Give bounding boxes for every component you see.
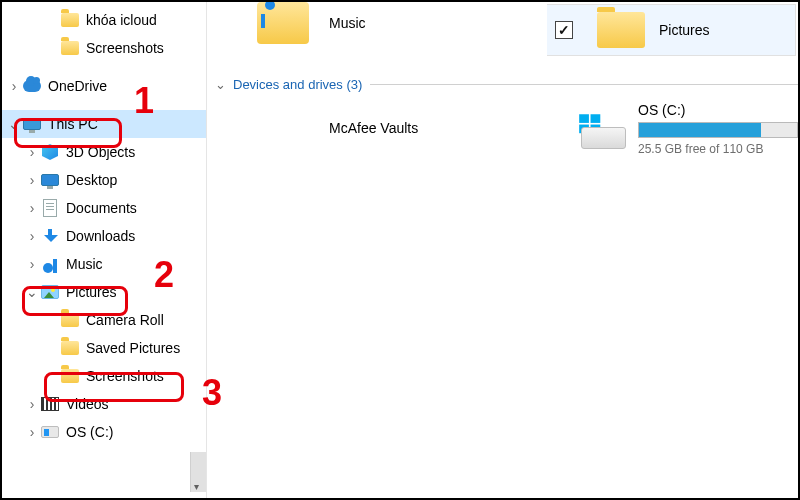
chevron-right-icon: › xyxy=(24,144,40,160)
tree-label: This PC xyxy=(48,116,98,132)
drive-icon xyxy=(40,422,60,442)
chevron-right-icon: › xyxy=(6,78,22,94)
tree-label: Music xyxy=(66,256,103,272)
tree-label: khóa icloud xyxy=(86,12,157,28)
spacer xyxy=(44,368,60,384)
tree-label: Videos xyxy=(66,396,109,412)
spacer xyxy=(44,340,60,356)
tree-label: Screenshots xyxy=(86,40,164,56)
tree-label: 3D Objects xyxy=(66,144,135,160)
spacer xyxy=(44,312,60,328)
chevron-right-icon: › xyxy=(24,396,40,412)
downloads-icon xyxy=(40,226,60,246)
folder-icon xyxy=(60,366,80,386)
tree-label: OneDrive xyxy=(48,78,107,94)
tree-3d-objects[interactable]: › 3D Objects xyxy=(2,138,206,166)
chevron-right-icon: › xyxy=(24,424,40,440)
item-label: McAfee Vaults xyxy=(329,120,418,136)
spacer xyxy=(44,40,60,56)
chevron-right-icon: › xyxy=(24,200,40,216)
check-icon: ✓ xyxy=(558,22,570,38)
tree-videos[interactable]: › Videos xyxy=(2,390,206,418)
section-divider xyxy=(370,84,798,85)
tree-documents[interactable]: › Documents xyxy=(2,194,206,222)
drive-capacity-bar xyxy=(638,122,798,138)
details-pane-item[interactable]: ✓ Pictures xyxy=(547,4,796,56)
tree-label: Documents xyxy=(66,200,137,216)
tree-onedrive[interactable]: › OneDrive xyxy=(2,72,206,100)
tree-label: Desktop xyxy=(66,172,117,188)
documents-icon xyxy=(40,198,60,218)
chevron-right-icon: › xyxy=(24,256,40,272)
svg-rect-0 xyxy=(579,114,589,123)
videos-icon xyxy=(40,394,60,414)
tree-screenshots[interactable]: Screenshots xyxy=(2,362,206,390)
chevron-down-icon: ⌄ xyxy=(24,284,40,300)
music-folder-icon xyxy=(257,2,309,44)
tree-camera-roll[interactable]: Camera Roll xyxy=(2,306,206,334)
onedrive-icon xyxy=(22,76,42,96)
section-title: Devices and drives (3) xyxy=(233,77,362,92)
desktop-icon xyxy=(40,170,60,190)
folder-icon xyxy=(60,38,80,58)
spacer xyxy=(44,12,60,28)
nav-tree: khóa icloud Screenshots › OneDrive ⌄ Thi… xyxy=(2,2,207,498)
tree-downloads[interactable]: › Downloads xyxy=(2,222,206,250)
selection-checkbox[interactable]: ✓ xyxy=(555,21,573,39)
section-devices-drives[interactable]: ⌄ Devices and drives (3) xyxy=(213,77,798,92)
drive-title: OS (C:) xyxy=(638,102,798,118)
tree-pictures[interactable]: ⌄ Pictures xyxy=(2,278,206,306)
tree-label: OS (C:) xyxy=(66,424,113,440)
folder-item-music[interactable]: Music xyxy=(257,2,366,44)
chevron-down-icon: ⌄ xyxy=(6,116,22,132)
item-label: Music xyxy=(329,15,366,31)
drive-free-text: 25.5 GB free of 110 GB xyxy=(638,142,798,156)
mcafee-shield-icon xyxy=(257,102,309,154)
this-pc-icon xyxy=(22,114,42,134)
drive-icon xyxy=(577,109,626,149)
chevron-right-icon: › xyxy=(24,228,40,244)
folder-icon xyxy=(60,338,80,358)
tree-saved-pictures[interactable]: Saved Pictures xyxy=(2,334,206,362)
item-os-drive[interactable]: OS (C:) 25.5 GB free of 110 GB xyxy=(577,102,798,156)
tree-label: Saved Pictures xyxy=(86,340,180,356)
tree-screenshots-quick[interactable]: Screenshots xyxy=(2,34,206,62)
sidebar-scrollbar[interactable] xyxy=(190,452,206,492)
music-icon xyxy=(40,254,60,274)
folder-icon xyxy=(60,310,80,330)
tree-desktop[interactable]: › Desktop xyxy=(2,166,206,194)
tree-music[interactable]: › Music xyxy=(2,250,206,278)
content-pane: ✓ Pictures Music ⌄ Devices and drives (3… xyxy=(207,2,798,498)
tree-label: Screenshots xyxy=(86,368,164,384)
chevron-down-icon: ⌄ xyxy=(213,77,227,92)
tree-os-c[interactable]: › OS (C:) xyxy=(2,418,206,446)
tree-label: Pictures xyxy=(66,284,117,300)
folder-icon xyxy=(60,10,80,30)
pictures-folder-icon xyxy=(597,12,645,48)
chevron-right-icon: › xyxy=(24,172,40,188)
svg-rect-1 xyxy=(591,114,601,123)
pictures-icon xyxy=(40,282,60,302)
item-mcafee-vaults[interactable]: McAfee Vaults xyxy=(257,102,418,154)
tree-this-pc[interactable]: ⌄ This PC xyxy=(2,110,206,138)
3d-objects-icon xyxy=(40,142,60,162)
details-label: Pictures xyxy=(659,22,710,38)
tree-label: Camera Roll xyxy=(86,312,164,328)
tree-khoa-icloud[interactable]: khóa icloud xyxy=(2,6,206,34)
tree-label: Downloads xyxy=(66,228,135,244)
